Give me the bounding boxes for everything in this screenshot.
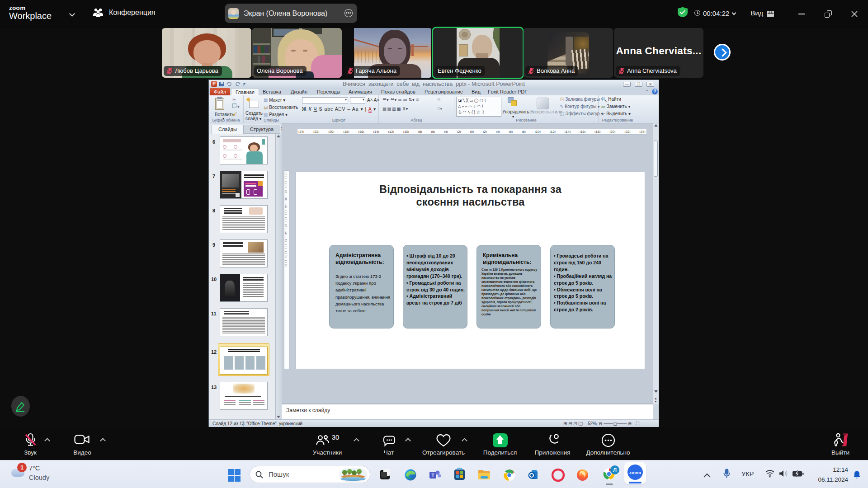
svg-text:T: T (431, 473, 434, 478)
